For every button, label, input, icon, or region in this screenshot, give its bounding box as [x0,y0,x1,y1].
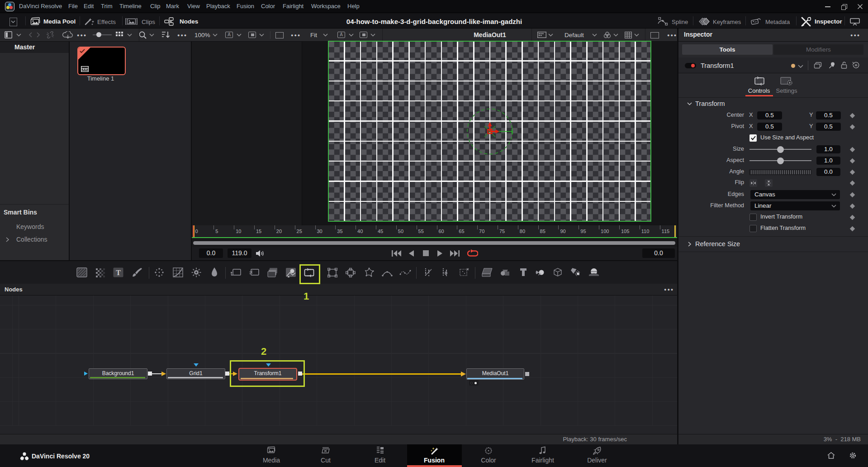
svg-text:T: T [116,269,121,276]
